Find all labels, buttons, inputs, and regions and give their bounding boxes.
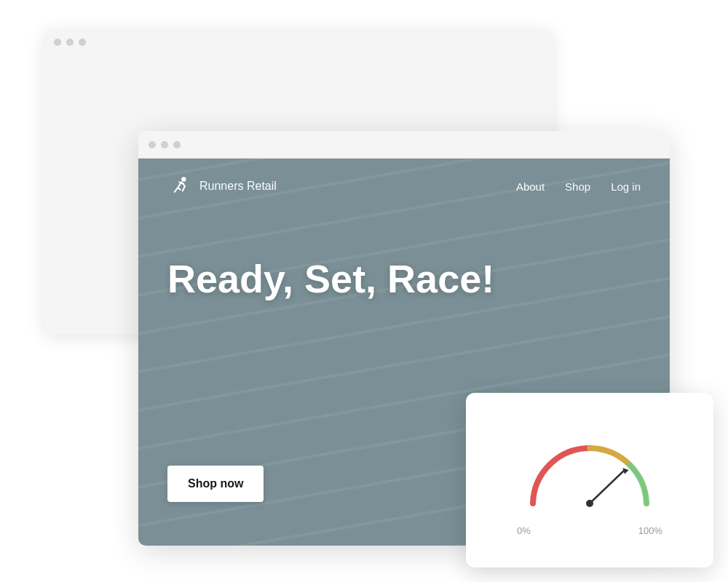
site-name-text: Runners Retail <box>199 180 277 193</box>
shop-now-button[interactable]: Shop now <box>167 466 264 502</box>
front-traffic-dot-1 <box>149 141 156 148</box>
back-traffic-dot-2 <box>66 39 74 46</box>
svg-point-0 <box>181 177 186 181</box>
nav-link-login[interactable]: Log in <box>611 180 641 193</box>
front-traffic-dot-3 <box>173 141 181 148</box>
hero-section: Ready, Set, Race! <box>138 214 670 330</box>
gauge-svg <box>517 425 662 519</box>
gauge-needle <box>590 470 625 503</box>
nav-links: About Shop Log in <box>516 180 641 193</box>
back-browser-titlebar <box>44 29 553 55</box>
back-traffic-dot-3 <box>79 39 86 46</box>
front-traffic-dot-2 <box>161 141 168 148</box>
hero-title: Ready, Set, Race! <box>167 258 641 300</box>
gauge-chart <box>517 425 662 519</box>
front-browser-titlebar <box>138 131 670 159</box>
back-traffic-dot-1 <box>54 39 61 46</box>
gauge-card: 0% 100% <box>466 393 713 567</box>
gauge-labels: 0% 100% <box>517 525 662 536</box>
nav-link-shop[interactable]: Shop <box>565 180 590 193</box>
runner-icon <box>167 175 191 198</box>
gauge-min-label: 0% <box>517 525 531 536</box>
site-logo: Runners Retail <box>167 175 277 198</box>
gauge-max-label: 100% <box>638 525 662 536</box>
site-navigation: Runners Retail About Shop Log in <box>138 159 670 214</box>
nav-link-about[interactable]: About <box>516 180 545 193</box>
